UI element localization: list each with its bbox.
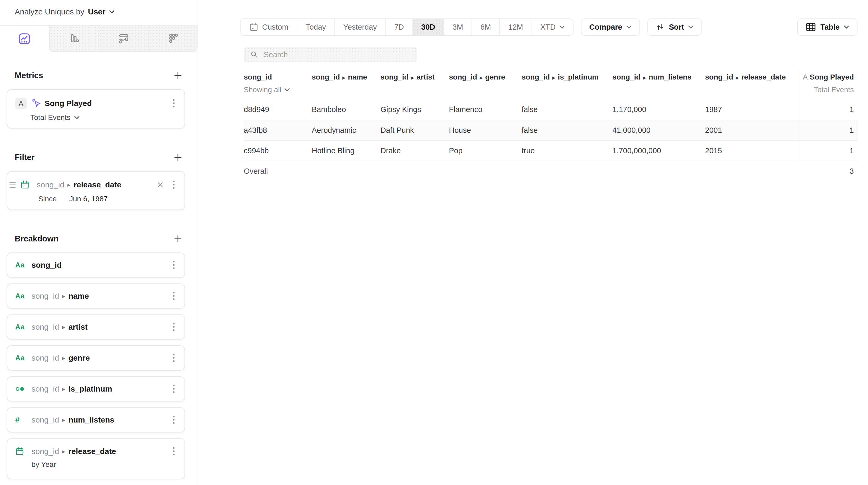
column-header-parent: song_id [705,73,733,81]
breakdown-label[interactable]: name [68,292,89,301]
metric-event-name[interactable]: Song Played [44,99,92,108]
range-label: Yesterday [343,23,377,31]
breakdown-label[interactable]: num_listens [68,416,115,424]
triangle-separator-icon: ▸ [408,74,417,81]
breakdown-item-genre[interactable]: Aa song_id ▸ genre [7,345,185,370]
kebab-menu-icon[interactable] [171,414,177,426]
metric-card[interactable]: A Song Played Total Events [7,89,185,129]
sort-label: Sort [669,23,684,31]
plus-icon [174,71,182,80]
breakdown-item-release-date[interactable]: song_id ▸ release_date by Year [7,438,185,479]
range-label: XTD [540,23,556,31]
cell-num-listens: 1,170,000 [613,105,705,114]
column-header-label: num_listens [649,73,691,81]
cell-genre: House [449,126,522,134]
range-today-button[interactable]: Today [297,19,334,35]
breakdown-item-artist[interactable]: Aa song_id ▸ artist [7,314,185,340]
table-row: c994bb Hotline Bling Drake Pop true 1,70… [244,140,858,161]
triangle-separator-icon: ▸ [59,386,68,393]
cell-song-id: a43fb8 [244,126,312,134]
showing-all-label: Showing all [244,86,281,94]
range-xtd-button[interactable]: XTD [532,19,573,35]
chevron-down-icon [688,26,693,29]
kebab-menu-icon[interactable] [171,383,177,395]
range-label: Custom [262,23,288,31]
tab-grid-dots[interactable] [148,26,197,52]
range-3m-button[interactable]: 3M [444,19,471,35]
kebab-menu-icon[interactable] [171,97,177,110]
triangle-separator-icon: ▸ [733,74,741,81]
search-input[interactable] [244,47,417,62]
compare-button[interactable]: Compare [581,19,640,36]
breakdown-label[interactable]: release_date [68,447,116,456]
showing-all-dropdown[interactable]: Showing all [244,86,312,94]
filter-operator[interactable]: Since [38,195,57,203]
chevron-down-icon [74,116,80,119]
toolbar: Custom Today Yesterday 7D 30D 3M 6M 12M … [240,19,858,36]
filter-section-header: Filter [15,153,182,162]
column-header-genre[interactable]: song_id▸genre [449,71,522,99]
breakdown-label[interactable]: song_id [31,261,62,270]
metric-measure-dropdown[interactable]: Total Events [30,113,70,122]
breakdown-parent: song_id [31,354,59,362]
sort-button[interactable]: Sort [647,19,702,36]
column-header-num-listens[interactable]: song_id▸num_listens [613,71,705,99]
filter-card[interactable]: song_id ▸ release_date Since Jun 6, 1987 [7,171,185,210]
add-breakdown-button[interactable] [174,234,182,243]
plus-icon [174,234,182,243]
tab-line-chart[interactable] [0,26,49,52]
tab-bar-chart[interactable] [49,26,99,52]
kebab-menu-icon[interactable] [171,445,177,458]
filter-value[interactable]: Jun 6, 1987 [69,195,107,203]
range-6m-button[interactable]: 6M [471,19,499,35]
kebab-menu-icon[interactable] [171,179,177,191]
tab-flow[interactable] [99,26,148,52]
breakdown-item-is-platinum[interactable]: song_id ▸ is_platinum [7,376,185,401]
breakdown-label[interactable]: genre [68,354,90,362]
date-property-icon [15,447,27,456]
breakdown-item-song-id[interactable]: Aa song_id [7,252,185,278]
triangle-separator-icon: ▸ [64,181,74,188]
filter-parent-property[interactable]: song_id [37,180,64,189]
breakdown-label[interactable]: artist [68,323,88,331]
range-30d-button[interactable]: 30D [412,19,443,35]
triangle-separator-icon: ▸ [59,448,68,455]
triangle-separator-icon: ▸ [550,74,558,81]
column-header-is-platinum[interactable]: song_id▸is_platinum [522,71,613,99]
range-custom-button[interactable]: Custom [241,19,297,35]
triangle-separator-icon: ▸ [59,417,68,424]
column-header-artist[interactable]: song_id▸artist [380,71,449,99]
remove-filter-icon[interactable] [157,181,164,188]
column-header-song-id[interactable]: song_id Showing all [244,71,312,99]
range-12m-button[interactable]: 12M [499,19,531,35]
range-7d-button[interactable]: 7D [385,19,412,35]
plus-icon [174,153,182,162]
range-yesterday-button[interactable]: Yesterday [334,19,385,35]
breakdown-parent: song_id [31,447,59,456]
breakdown-item-name[interactable]: Aa song_id ▸ name [7,283,185,309]
metrics-title: Metrics [15,71,43,80]
column-header-name[interactable]: song_id▸name [312,71,380,99]
add-metric-button[interactable] [174,71,182,80]
kebab-menu-icon[interactable] [171,290,177,302]
kebab-menu-icon[interactable] [171,352,177,364]
breakdown-bucket-label[interactable]: by Year [31,460,177,469]
view-type-button[interactable]: Table [797,19,858,36]
sidebar-content: Metrics A Song Played [0,52,197,485]
range-label: Today [306,23,326,31]
metric-badge: A [15,98,27,109]
column-header-release-date[interactable]: song_id▸release_date [705,71,798,99]
add-filter-button[interactable] [174,153,182,162]
breakdown-label[interactable]: is_platinum [68,385,112,393]
kebab-menu-icon[interactable] [171,259,177,271]
table-row: a43fb8 Aerodynamic Daft Punk House false… [244,120,858,140]
triangle-separator-icon: ▸ [641,74,649,81]
column-header-metric[interactable]: A Song Played Total Events [798,71,858,99]
filter-field-property[interactable]: release_date [74,180,122,189]
drag-handle-icon[interactable] [9,182,16,188]
breakdown-parent: song_id [31,292,59,301]
cell-num-listens: 41,000,000 [613,126,705,134]
kebab-menu-icon[interactable] [171,321,177,333]
analyze-entity-dropdown[interactable]: User [88,7,105,16]
breakdown-item-num-listens[interactable]: # song_id ▸ num_listens [7,407,185,432]
